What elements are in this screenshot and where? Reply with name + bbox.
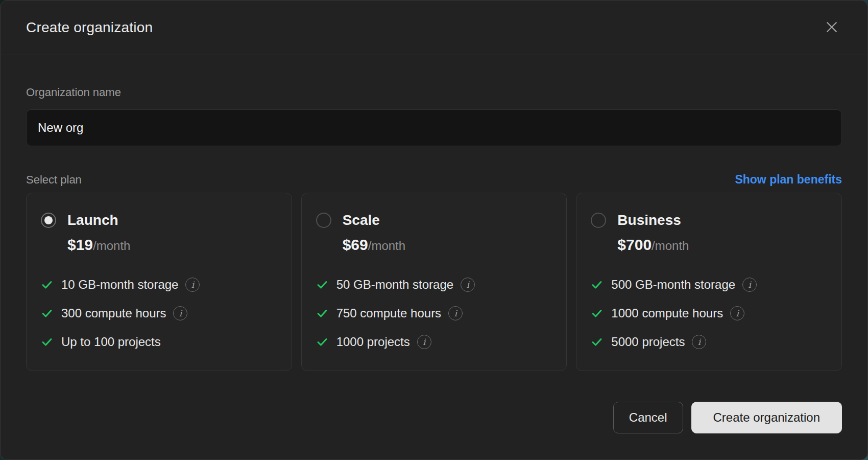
dialog-footer: Cancel Create organization [1,402,867,459]
plan-name: Launch [67,212,118,228]
feature-item: 50 GB-month storage i [316,276,552,293]
feature-text: 1000 projects [336,335,410,349]
plan-card-scale[interactable]: Scale $69/month 50 GB-month storage i 75… [301,193,567,371]
feature-text: 5000 projects [611,335,685,349]
price-period: /month [368,239,405,253]
feature-list: 10 GB-month storage i 300 compute hours … [41,276,277,351]
price-period: /month [652,239,689,253]
info-icon[interactable]: i [185,278,200,292]
plan-name: Business [617,212,681,228]
feature-list: 50 GB-month storage i 750 compute hours … [316,276,552,351]
cancel-button[interactable]: Cancel [613,402,683,433]
feature-item: 10 GB-month storage i [41,276,277,293]
price-period: /month [93,239,130,253]
check-icon [316,336,328,348]
dialog-title: Create organization [26,19,153,36]
plan-header: Launch [41,212,277,229]
price-amount: $700 [617,236,652,254]
plan-price: $19/month [67,236,277,255]
plan-cards: Launch $19/month 10 GB-month storage i 3… [26,193,842,371]
radio-dot [44,216,53,224]
close-button[interactable] [821,16,843,39]
radio-scale[interactable] [316,213,331,228]
feature-item: 5000 projects i [591,333,827,351]
feature-item: 1000 compute hours i [591,305,827,322]
info-icon[interactable]: i [448,306,463,320]
dialog-body: Organization name Select plan Show plan … [1,55,867,402]
create-organization-dialog: Create organization Organization name Se… [0,0,868,460]
radio-launch[interactable] [41,213,56,228]
price-amount: $19 [67,236,93,254]
plan-card-launch[interactable]: Launch $19/month 10 GB-month storage i 3… [26,193,292,371]
feature-text: 1000 compute hours [611,306,723,320]
info-icon[interactable]: i [742,278,757,292]
select-plan-row: Select plan Show plan benefits [26,173,842,187]
info-icon[interactable]: i [417,335,431,349]
check-icon [316,307,328,319]
feature-item: Up to 100 projects [41,333,277,351]
check-icon [316,279,328,291]
plan-price: $700/month [617,236,827,255]
feature-item: 500 GB-month storage i [591,276,827,293]
radio-business[interactable] [591,213,606,228]
show-plan-benefits-link[interactable]: Show plan benefits [735,173,842,187]
info-icon[interactable]: i [173,306,187,320]
feature-item: 300 compute hours i [41,305,277,322]
info-icon[interactable]: i [730,306,744,320]
plan-header: Business [591,212,827,229]
feature-item: 1000 projects i [316,333,552,351]
feature-text: 750 compute hours [336,306,441,320]
plan-card-business[interactable]: Business $700/month 500 GB-month storage… [576,193,842,371]
feature-text: Up to 100 projects [61,335,161,349]
info-icon[interactable]: i [461,278,475,292]
feature-text: 50 GB-month storage [336,278,453,292]
select-plan-label: Select plan [26,173,82,187]
plan-price: $69/month [343,236,552,255]
check-icon [41,307,53,319]
plan-name: Scale [343,212,380,228]
organization-name-input[interactable] [26,109,842,146]
feature-text: 500 GB-month storage [611,278,735,292]
check-icon [41,279,53,291]
check-icon [591,307,603,319]
price-amount: $69 [343,236,368,254]
check-icon [41,336,53,348]
organization-name-label: Organization name [26,86,842,99]
create-organization-button[interactable]: Create organization [691,402,842,433]
feature-text: 300 compute hours [61,306,166,320]
check-icon [591,279,603,291]
close-icon [824,19,839,36]
feature-item: 750 compute hours i [316,305,552,322]
check-icon [591,336,603,348]
plan-header: Scale [316,212,552,229]
info-icon[interactable]: i [692,335,706,349]
dialog-header: Create organization [1,1,867,55]
feature-text: 10 GB-month storage [61,278,178,292]
feature-list: 500 GB-month storage i 1000 compute hour… [591,276,827,351]
